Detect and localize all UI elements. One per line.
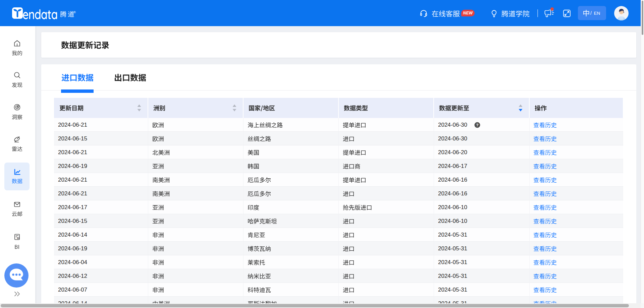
svg-text:BI: BI bbox=[17, 237, 19, 239]
svg-text:?: ? bbox=[476, 123, 478, 127]
